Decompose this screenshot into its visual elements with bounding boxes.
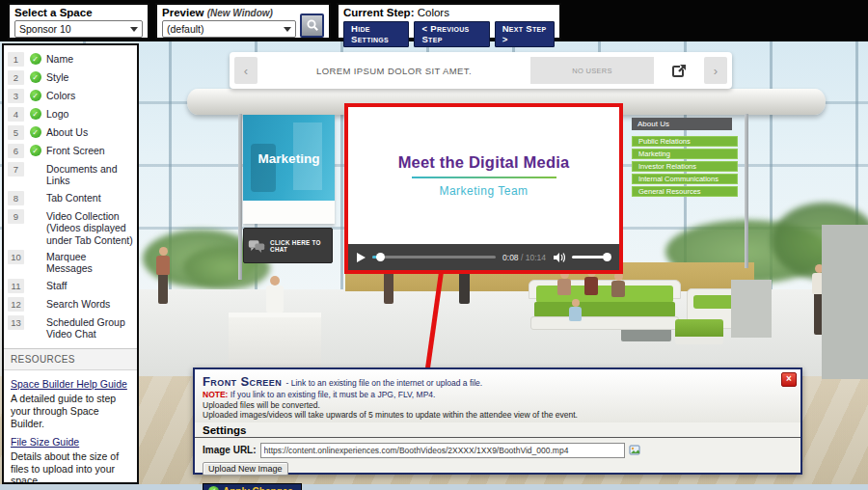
banner-title: Marketing: [243, 151, 335, 166]
video-player-bar: 0:08 / 10:14: [348, 244, 619, 270]
check-icon: ✓: [208, 486, 219, 490]
sidebar-item-tab-content[interactable]: 8 ✓ Tab Content: [4, 189, 137, 207]
video-title: Meet the Digital Media: [398, 153, 570, 172]
check-icon: ✓: [30, 126, 41, 138]
magnifier-icon: [306, 18, 319, 32]
dialog-header: Front Screen - Link to an existing file …: [195, 369, 800, 422]
progress-bar[interactable]: [372, 256, 496, 259]
marquee-bar: ‹ LOREM IPSUM DOLOR SIT AMET. NO USERS ›: [230, 52, 732, 89]
chevron-right-icon: ›: [714, 64, 718, 78]
check-icon: ✓: [30, 145, 41, 156]
banner-image: Marketing: [243, 115, 335, 201]
sidebar-item-staff[interactable]: 11 ✓ Staff: [4, 277, 137, 295]
preview-launch-button[interactable]: [300, 14, 324, 38]
volume-slider[interactable]: [572, 256, 610, 259]
chat-button-label: CLICK HERE TO CHAT: [270, 239, 328, 253]
volume-icon[interactable]: [553, 252, 565, 263]
apply-changes-button[interactable]: ✓ Apply Changes: [203, 483, 302, 490]
dialog-note: NOTE: If you link to an existing file, i…: [203, 390, 793, 400]
space-select[interactable]: Sponsor 10: [14, 20, 143, 38]
dialog-update-line: Uploaded images/videos will take upwards…: [203, 410, 793, 421]
pillar-right: [822, 225, 868, 379]
dialog-converted-line: Uploaded files will be converted.: [203, 400, 793, 411]
tab-marketing[interactable]: Marketing: [632, 149, 738, 159]
space-builder-help-guide-link[interactable]: Space Builder Help Guide: [11, 378, 130, 390]
progress-handle[interactable]: [376, 253, 385, 261]
chat-bubbles-icon: [248, 237, 265, 255]
preview-select[interactable]: (default): [162, 20, 296, 38]
chevron-down-icon: [130, 27, 138, 32]
dialog-subtitle: - Link to an existing file on the intern…: [285, 378, 482, 388]
sidebar-item-documents-links[interactable]: 7 ✓ Documents and Links: [4, 160, 137, 189]
tab-general-resources[interactable]: General Resources: [632, 186, 738, 197]
external-link-icon: [672, 64, 687, 78]
front-screen-dialog: × Front Screen - Link to an existing fil…: [193, 368, 802, 475]
person-sitting-3: [611, 272, 625, 297]
settings-section-header: Settings: [195, 422, 800, 438]
sidebar-item-video-collection[interactable]: 9 ✓ Video Collection (Videos displayed u…: [4, 207, 137, 248]
sidebar-item-name[interactable]: 1 ✓ Name: [4, 50, 137, 68]
top-toolbar: Select a Space Sponsor 10 Preview (New W…: [0, 0, 868, 41]
sidebar-item-scheduled-group-video-chat[interactable]: 13 ✓ Scheduled Group Video Chat: [4, 313, 137, 342]
time-display: 0:08 / 10:14: [502, 253, 546, 262]
close-icon: ×: [786, 373, 792, 384]
sidebar-item-marquee-messages[interactable]: 10 ✓ Marquee Messages: [4, 248, 137, 277]
dialog-title: Front Screen: [203, 374, 282, 389]
space-builder-app: { "top_bar": { "select_space_label": "Se…: [0, 0, 868, 490]
booth-post-left: [238, 114, 242, 280]
tab-public-relations[interactable]: Public Relations: [632, 136, 738, 147]
current-step-value: Colors: [418, 7, 449, 18]
hide-settings-button[interactable]: Hide Settings: [343, 21, 409, 47]
note-label: NOTE:: [203, 390, 228, 399]
play-button[interactable]: [357, 253, 366, 262]
sidebar-item-about-us[interactable]: 5 ✓ About Us: [4, 123, 137, 142]
sidebar-item-search-words[interactable]: 12 ✓ Search Words: [4, 295, 137, 313]
person-receptionist: [266, 276, 284, 313]
sidebar-item-front-screen[interactable]: 6 ✓ Front Screen: [4, 142, 137, 160]
check-icon: ✓: [30, 108, 41, 120]
preview-select-value: (default): [167, 23, 204, 35]
banner-strip: [243, 201, 335, 224]
current-step: Current Step: Colors: [343, 7, 555, 18]
steps-sidebar: 1 ✓ Name 2 ✓ Style 3 ✓ Colors 4 ✓ Logo 5…: [2, 43, 139, 484]
tab-investor-relations[interactable]: Investor Relations: [632, 161, 738, 172]
marketing-banner[interactable]: Marketing: [243, 115, 335, 224]
front-screen-video[interactable]: Meet the Digital Media Marketing Team: [348, 107, 619, 244]
close-button[interactable]: ×: [781, 372, 797, 387]
preview-panel: Preview (New Window) (default): [155, 3, 331, 40]
upload-new-image-button[interactable]: Upload New Image: [203, 462, 288, 476]
sidebar-item-logo[interactable]: 4 ✓ Logo: [4, 105, 137, 123]
marquee-next-button[interactable]: ›: [704, 57, 727, 84]
marquee-prev-button[interactable]: ‹: [234, 57, 258, 84]
title-underline: [412, 177, 556, 178]
external-link-button[interactable]: [660, 64, 698, 78]
volume-handle[interactable]: [603, 253, 611, 261]
previous-step-button[interactable]: < Previous Step: [414, 21, 489, 47]
tab-about-us[interactable]: About Us: [632, 118, 732, 130]
sofa: [529, 280, 681, 336]
ottoman: [675, 319, 723, 344]
sidebar-item-colors[interactable]: 3 ✓ Colors: [4, 87, 137, 105]
click-here-to-chat-button[interactable]: CLICK HERE TO CHAT: [243, 228, 333, 263]
apply-changes-label: Apply Changes: [223, 486, 293, 490]
preview-note: (New Window): [207, 8, 273, 18]
file-size-desc: Details about the size of files to uploa…: [11, 450, 130, 484]
chevron-left-icon: ‹: [244, 64, 248, 78]
next-step-button[interactable]: Next Step >: [495, 21, 555, 47]
image-url-input[interactable]: [260, 443, 625, 458]
marquee-text: LOREM IPSUM DOLOR SIT AMET.: [263, 66, 525, 76]
no-users-badge: NO USERS: [530, 57, 654, 84]
help-guide-desc: A detailed guide to step your through Sp…: [11, 393, 130, 429]
person-left-edge: [156, 247, 170, 304]
sidebar-item-style[interactable]: 2 ✓ Style: [4, 68, 137, 87]
booth-post-right: [745, 114, 748, 268]
insert-image-icon[interactable]: [629, 445, 641, 456]
tab-internal-communications[interactable]: Internal Communications: [632, 174, 738, 184]
space-select-value: Sponsor 10: [19, 23, 71, 35]
file-size-guide-link[interactable]: File Size Guide: [11, 436, 130, 448]
video-subtitle: Marketing Team: [439, 184, 528, 198]
person-floor-girl: [569, 299, 582, 321]
resources-header: RESOURCES: [4, 348, 137, 370]
check-icon: ✓: [30, 71, 41, 83]
check-icon: ✓: [30, 90, 41, 101]
